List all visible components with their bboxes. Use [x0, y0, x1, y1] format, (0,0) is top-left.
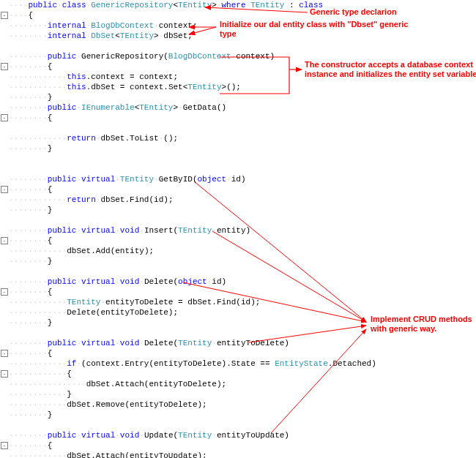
- fold-gutter[interactable]: [0, 102, 9, 113]
- fold-gutter[interactable]: [0, 410, 9, 420]
- fold-gutter[interactable]: [0, 256, 9, 266]
- collapse-icon[interactable]: -: [1, 186, 8, 193]
- fold-gutter[interactable]: [0, 143, 9, 154]
- fold-gutter[interactable]: [0, 174, 9, 184]
- fold-gutter[interactable]: -: [0, 348, 9, 358]
- collapse-icon[interactable]: -: [1, 288, 8, 296]
- fold-gutter[interactable]: -: [0, 61, 9, 72]
- fold-gutter[interactable]: [0, 123, 9, 133]
- fold-gutter[interactable]: [0, 451, 9, 458]
- fold-gutter[interactable]: -: [0, 236, 9, 246]
- fold-gutter[interactable]: [0, 72, 9, 82]
- fold-gutter[interactable]: [0, 92, 9, 102]
- fold-gutter[interactable]: -: [0, 10, 9, 20]
- fold-gutter[interactable]: [0, 318, 9, 328]
- fold-gutter[interactable]: [0, 225, 9, 236]
- collapse-icon[interactable]: -: [1, 114, 8, 121]
- collapse-icon[interactable]: -: [1, 237, 8, 244]
- fold-gutter[interactable]: [0, 31, 9, 41]
- fold-gutter[interactable]: [0, 246, 9, 256]
- collapse-icon[interactable]: -: [1, 370, 8, 378]
- code-editor[interactable]: ····public·class·GenericRepository<TEnti…: [0, 0, 476, 458]
- fold-gutter[interactable]: -: [0, 440, 9, 451]
- fold-gutter[interactable]: [0, 389, 9, 399]
- fold-gutter[interactable]: [0, 215, 9, 225]
- fold-gutter[interactable]: [0, 420, 9, 430]
- fold-gutter[interactable]: -: [0, 184, 9, 195]
- fold-gutter[interactable]: [0, 195, 9, 205]
- fold-gutter[interactable]: [0, 358, 9, 369]
- fold-gutter[interactable]: [0, 41, 9, 51]
- fold-gutter[interactable]: [0, 338, 9, 348]
- fold-gutter[interactable]: [0, 205, 9, 215]
- fold-gutter[interactable]: [0, 154, 9, 164]
- fold-gutter[interactable]: [0, 399, 9, 410]
- fold-gutter[interactable]: [0, 20, 9, 31]
- fold-gutter[interactable]: [0, 430, 9, 440]
- fold-gutter[interactable]: [0, 328, 9, 338]
- fold-gutter[interactable]: [0, 379, 9, 389]
- fold-gutter[interactable]: [0, 297, 9, 307]
- fold-gutter[interactable]: [0, 0, 9, 10]
- fold-gutter[interactable]: [0, 51, 9, 61]
- fold-gutter[interactable]: -: [0, 369, 9, 379]
- collapse-icon[interactable]: -: [1, 63, 8, 70]
- fold-gutter[interactable]: [0, 266, 9, 277]
- fold-gutter[interactable]: [0, 133, 9, 143]
- fold-gutter[interactable]: -: [0, 287, 9, 297]
- fold-gutter[interactable]: [0, 307, 9, 318]
- collapse-icon[interactable]: -: [1, 350, 8, 357]
- fold-gutter[interactable]: -: [0, 113, 9, 123]
- collapse-icon[interactable]: -: [1, 442, 8, 449]
- fold-gutter[interactable]: [0, 277, 9, 287]
- fold-gutter[interactable]: [0, 82, 9, 92]
- fold-gutter[interactable]: [0, 164, 9, 174]
- collapse-icon[interactable]: -: [1, 12, 8, 19]
